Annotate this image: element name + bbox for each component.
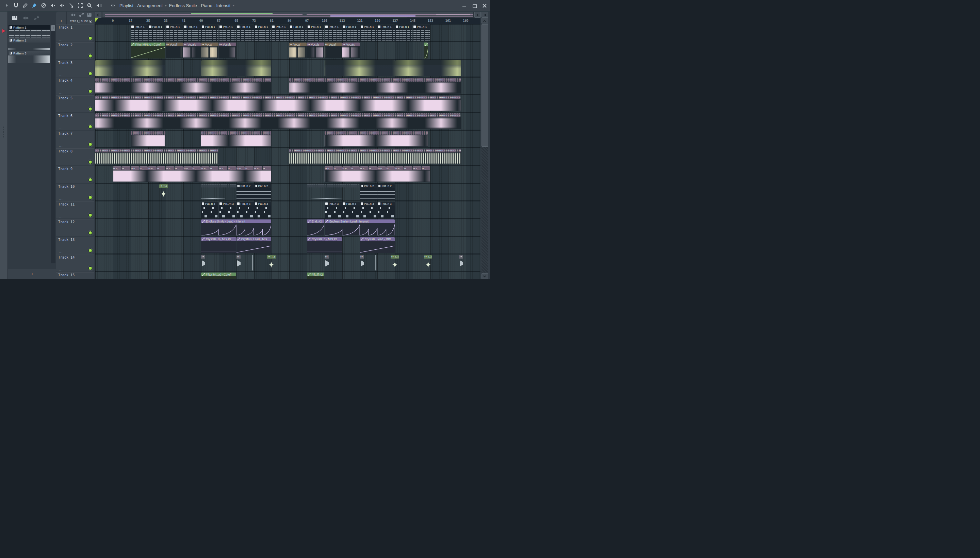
clip-automation[interactable]: Endless Smile - Lead - Intensit: [325, 220, 395, 235]
track-menu-dots[interactable]: ...: [59, 179, 63, 183]
clip-pattern[interactable]: Pat..n 1: [272, 25, 289, 41]
track-header[interactable]: Track 8...: [56, 148, 94, 165]
track-header[interactable]: Track 4...: [56, 77, 94, 95]
clip-audio-small[interactable]: ↦T..e✦: [424, 255, 432, 271]
clip-pattern[interactable]: Pat..n 1: [201, 25, 218, 41]
clip-audio-segment[interactable]: ↦↦↦↦↦↦↦↦↦↦↦↦↦↦↦↦↦↦↦↦↦↦↦↦↦↦↦↦↦↦↦↦↦↦↦↦↦↦↦↦…: [95, 149, 218, 165]
clip-pattern[interactable]: Pat..n 3: [254, 202, 272, 218]
magnet-icon[interactable]: [12, 2, 20, 10]
clip-pattern[interactable]: Pat..n 1: [325, 25, 342, 41]
stretch-icon[interactable]: [58, 2, 66, 10]
track-menu-dots[interactable]: ...: [59, 197, 63, 200]
play-icon[interactable]: [3, 2, 11, 10]
clip-audio-segment[interactable]: ↦↦↦↦↦↦↦↦↦↦↦↦↦↦↦↦↦↦↦↦↦↦↦↦↦↦↦↦↦↦↦↦↦↦↦↦↦↦↦↦…: [325, 131, 428, 147]
track-mute-led[interactable]: [89, 178, 92, 181]
pattern-item-header[interactable]: Pattern 3: [8, 51, 50, 56]
track-mute-led[interactable]: [89, 267, 92, 270]
clip-pattern[interactable]: Pat..n 3: [342, 202, 359, 218]
track-mute-led[interactable]: [89, 54, 92, 57]
track-menu-dots[interactable]: ...: [59, 126, 63, 130]
track-menu-dots[interactable]: ...: [59, 56, 63, 59]
clip-pattern[interactable]: Pat..n 3: [325, 202, 342, 218]
clip-pattern[interactable]: Pat..rn 3: [219, 202, 236, 218]
track-mute-led[interactable]: [89, 143, 92, 146]
clip-pattern-row[interactable]: [201, 184, 236, 200]
clip-pattern[interactable]: Pat..n 1: [307, 25, 324, 41]
scroll-down-button[interactable]: [481, 273, 488, 279]
track-header[interactable]: Track 11...: [56, 202, 94, 218]
track-mute-led[interactable]: [89, 125, 92, 128]
track-menu-dots[interactable]: ...: [59, 73, 63, 77]
clip-audio-striped[interactable]: [201, 60, 271, 76]
track-mute-led[interactable]: [89, 249, 92, 252]
clip-pattern[interactable]: Pat..n 1: [254, 25, 272, 41]
clip-audio-striped[interactable]: [325, 60, 395, 76]
clip-pattern[interactable]: Pat..n 1: [395, 25, 412, 41]
clip-automation[interactable]: Crystals..Lead - MIX: [360, 237, 395, 253]
vertical-scrollbar[interactable]: [481, 18, 488, 279]
playhead-marker[interactable]: [95, 18, 98, 22]
clip-automation[interactable]: Filt..ff #2: [307, 272, 324, 279]
clip-pattern-row[interactable]: [307, 184, 359, 200]
track-header[interactable]: Track 15...: [56, 272, 94, 279]
pattern-item[interactable]: Pattern 2: [8, 38, 50, 50]
select-icon[interactable]: [76, 2, 84, 10]
zoom-icon[interactable]: [85, 2, 94, 10]
clip-audio-segment[interactable]: ↦↦↦↦↦↦↦↦↦↦↦↦↦↦↦↦: [131, 131, 166, 147]
clip-pattern[interactable]: Pat..n 1: [342, 25, 359, 41]
add-track-tab[interactable]: +: [56, 11, 67, 25]
add-pattern-button[interactable]: +: [31, 271, 34, 277]
breadcrumb-view[interactable]: Playlist - Arrangement: [120, 3, 163, 8]
breadcrumb[interactable]: Playlist - Arrangement ▸ Endless Smile -…: [109, 2, 235, 10]
clip-automation[interactable]: Crystals..d - MIX #2: [307, 237, 342, 253]
clip-sliver[interactable]: [252, 255, 253, 271]
arrangement-overview-scrollbar[interactable]: [102, 12, 474, 18]
clip-pattern[interactable]: Pat..n 3: [236, 202, 254, 218]
track-menu-dots[interactable]: ...: [59, 250, 63, 253]
breadcrumb-selection[interactable]: Endless Smile - Piano - Intensit: [169, 3, 231, 8]
clip-audio[interactable]: ↦Vocal: [289, 43, 307, 59]
mute-icon[interactable]: [49, 2, 57, 10]
track-header[interactable]: Track 7...: [56, 131, 94, 148]
clip-pattern[interactable]: Pat..n 3: [201, 202, 218, 218]
automation-filter-icon[interactable]: [34, 16, 39, 20]
clip-pattern[interactable]: Pat..n 1: [413, 25, 430, 41]
track-header[interactable]: Track 9...: [56, 166, 94, 183]
track-mute-led[interactable]: [89, 108, 92, 111]
track-menu-dots[interactable]: ...: [59, 162, 63, 165]
track-menu-dots[interactable]: ...: [59, 108, 63, 112]
clip-pattern[interactable]: Pat..n 1: [219, 25, 236, 41]
track-mute-led[interactable]: [89, 90, 92, 93]
track-menu-dots[interactable]: ...: [59, 268, 63, 271]
track-mute-led[interactable]: [89, 37, 92, 40]
clip-audio-segment[interactable]: ↦↦↦↦↦↦↦↦↦↦↦↦↦↦↦↦↦↦↦↦↦↦↦↦↦↦↦↦↦↦↦↦↦↦↦↦↦↦↦↦…: [289, 149, 461, 165]
maximize-button[interactable]: [472, 3, 477, 8]
clip-audio-small[interactable]: ↦: [459, 255, 463, 271]
panel-grip-handle[interactable]: [3, 126, 4, 138]
clip-audio-small[interactable]: ↦: [201, 255, 205, 271]
scroll-up-button[interactable]: [481, 18, 488, 23]
clip-audio[interactable]: ↦Vocals: [219, 43, 236, 59]
audio-source-icon[interactable]: [71, 12, 76, 18]
clip-audio-segment[interactable]: ↦↦↦↦↦↦↦↦↦↦↦↦↦↦↦↦↦↦↦↦↦↦↦↦↦↦↦↦↦↦↦↦↦↦↦↦↦↦↦↦…: [95, 113, 461, 129]
clip-audio-segment[interactable]: ↦P..↦..↦P..↦..↦P..↦..↦P..↦..↦P..↦..↦P..↦…: [325, 166, 430, 182]
clip-pattern[interactable]: Pat..n 2: [236, 184, 254, 200]
scrollbar-thumb[interactable]: [481, 24, 488, 147]
track-mute-led[interactable]: [89, 72, 92, 75]
timeline-ruler[interactable]: 9172533414957657381899710511312112913714…: [95, 18, 481, 25]
clip-automation[interactable]: Filter MI..ad - Cutoff: [201, 272, 236, 279]
track-menu-dots[interactable]: ...: [59, 215, 63, 218]
track-header[interactable]: Track 1...: [56, 25, 94, 41]
clip-pattern[interactable]: Pat..n 3: [360, 202, 378, 218]
clip-audio[interactable]: ↦Vocal: [166, 43, 183, 59]
track-header[interactable]: Track 2...: [56, 42, 94, 59]
preview-speaker-icon[interactable]: [95, 2, 103, 10]
track-header[interactable]: Track 10...: [56, 184, 94, 201]
track-menu-dots[interactable]: ...: [59, 38, 63, 41]
clip-automation[interactable]: Crystals..d - MIX #2: [201, 237, 236, 253]
deny-icon[interactable]: [39, 2, 48, 10]
picker-scrollbar[interactable]: [51, 25, 56, 263]
pattern-item[interactable]: Pattern 3: [8, 51, 50, 63]
clip-pattern[interactable]: Pat..n 2: [378, 184, 395, 200]
clip-pattern[interactable]: Pat..n 1: [360, 25, 378, 41]
